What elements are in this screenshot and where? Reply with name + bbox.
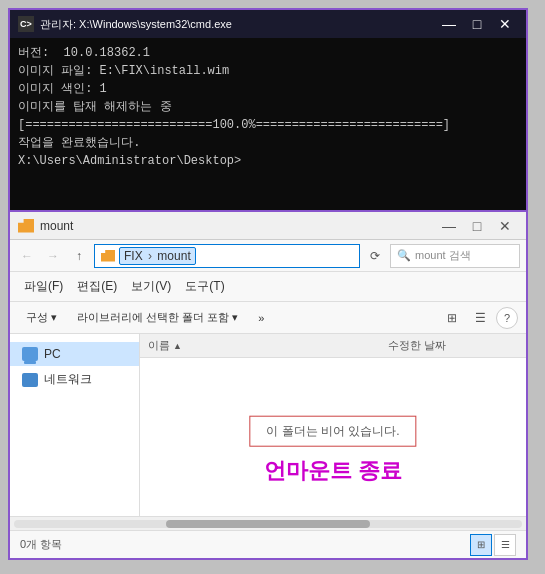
explorer-window: mount — □ ✕ ← → ↑ FIX › mount ⟳ 🔍 mount … — [8, 210, 528, 560]
sidebar-network-label: 네트워크 — [44, 371, 92, 388]
cmd-prompt: X:\Users\Administrator\Desktop> — [18, 152, 518, 170]
unmount-text: 언마운트 종료 — [264, 456, 402, 486]
help-button[interactable]: ? — [496, 307, 518, 329]
cmd-line-3: 이미지 파일: E:\FIX\install.wim — [18, 62, 518, 80]
forward-button[interactable]: → — [42, 245, 64, 267]
menu-tools[interactable]: 도구(T) — [179, 275, 230, 298]
explorer-minimize-button[interactable]: — — [436, 216, 462, 236]
status-bar: 0개 항목 ⊞ ☰ — [10, 530, 526, 558]
cmd-titlebar: C> 관리자: X:\Windows\system32\cmd.exe — □ … — [10, 10, 526, 38]
menu-edit[interactable]: 편집(E) — [71, 275, 123, 298]
sidebar-item-pc[interactable]: PC — [10, 342, 139, 366]
details-view-button[interactable]: ⊞ — [470, 534, 492, 556]
cmd-minimize-button[interactable]: — — [436, 14, 462, 34]
library-button[interactable]: 라이브러리에 선택한 폴더 포함 ▾ — [69, 307, 246, 328]
cmd-icon: C> — [18, 16, 34, 32]
menu-view[interactable]: 보기(V) — [125, 275, 177, 298]
explorer-title: mount — [40, 219, 436, 233]
explorer-titlebar-icon — [18, 219, 34, 233]
horizontal-scrollbar[interactable] — [10, 516, 526, 530]
scroll-track[interactable] — [14, 520, 522, 528]
col-date: 수정한 날짜 — [388, 338, 518, 353]
explorer-content: PC 네트워크 이름 ▲ 수정한 날짜 이 폴더는 비어 있습니다. 언마운트 … — [10, 334, 526, 516]
view-icons: ⊞ ☰ — [470, 534, 516, 556]
path-separator: › — [148, 249, 155, 263]
view-details-button[interactable]: ⊞ — [440, 306, 464, 330]
list-view-button[interactable]: ☰ — [494, 534, 516, 556]
cmd-controls: — □ ✕ — [436, 14, 518, 34]
explorer-close-button[interactable]: ✕ — [492, 216, 518, 236]
explorer-controls: — □ ✕ — [436, 216, 518, 236]
path-fix: FIX — [124, 249, 143, 263]
path-mount: mount — [157, 249, 190, 263]
path-highlight: FIX › mount — [119, 247, 196, 265]
search-box[interactable]: 🔍 mount 검색 — [390, 244, 520, 268]
cmd-progress: [==========================100.0%=======… — [18, 116, 518, 134]
file-area: 이름 ▲ 수정한 날짜 이 폴더는 비어 있습니다. 언마운트 종료 — [140, 334, 526, 516]
path-folder-icon — [101, 250, 115, 262]
cmd-maximize-button[interactable]: □ — [464, 14, 490, 34]
cmd-close-button[interactable]: ✕ — [492, 14, 518, 34]
cmd-line-5: 이미지를 탑재 해제하는 중 — [18, 98, 518, 116]
empty-folder-message: 이 폴더는 비어 있습니다. — [249, 416, 416, 447]
view-list-button[interactable]: ☰ — [468, 306, 492, 330]
address-path[interactable]: FIX › mount — [94, 244, 360, 268]
pc-icon — [22, 347, 38, 361]
explorer-maximize-button[interactable]: □ — [464, 216, 490, 236]
up-button[interactable]: ↑ — [68, 245, 90, 267]
search-icon: 🔍 — [397, 249, 411, 262]
sort-arrow: ▲ — [173, 341, 182, 351]
explorer-titlebar: mount — □ ✕ — [10, 212, 526, 240]
menu-toolbar: 파일(F) 편집(E) 보기(V) 도구(T) — [10, 272, 526, 302]
cmd-title: 관리자: X:\Windows\system32\cmd.exe — [40, 17, 436, 32]
scroll-thumb[interactable] — [166, 520, 369, 528]
address-bar: ← → ↑ FIX › mount ⟳ 🔍 mount 검색 — [10, 240, 526, 272]
items-count: 0개 항목 — [20, 537, 62, 552]
organize-button[interactable]: 구성 ▾ — [18, 307, 65, 328]
cmd-window: C> 관리자: X:\Windows\system32\cmd.exe — □ … — [8, 8, 528, 228]
network-icon — [22, 373, 38, 387]
column-header: 이름 ▲ 수정한 날짜 — [140, 334, 526, 358]
sidebar-pc-label: PC — [44, 347, 61, 361]
menu-file[interactable]: 파일(F) — [18, 275, 69, 298]
cmd-line-1: 버전: 10.0.18362.1 — [18, 44, 518, 62]
more-button[interactable]: » — [250, 309, 272, 327]
cmd-line-7: 작업을 완료했습니다. — [18, 134, 518, 152]
search-placeholder: mount 검색 — [415, 248, 471, 263]
cmd-line-4: 이미지 색인: 1 — [18, 80, 518, 98]
col-name: 이름 ▲ — [148, 338, 388, 353]
ribbon-bar: 구성 ▾ 라이브러리에 선택한 폴더 포함 ▾ » ⊞ ☰ ? — [10, 302, 526, 334]
refresh-button[interactable]: ⟳ — [364, 245, 386, 267]
sidebar-item-network[interactable]: 네트워크 — [10, 366, 139, 393]
sidebar-panel: PC 네트워크 — [10, 334, 140, 516]
cmd-body: 버전: 10.0.18362.1 이미지 파일: E:\FIX\install.… — [10, 38, 526, 226]
back-button[interactable]: ← — [16, 245, 38, 267]
